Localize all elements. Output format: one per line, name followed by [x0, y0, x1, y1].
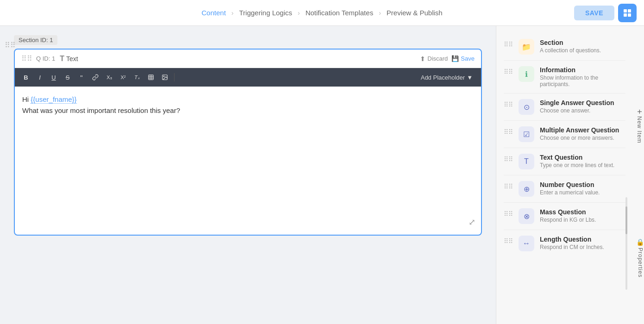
properties-label: 🔒 Properties: [636, 238, 644, 278]
icon-multiple-answer: ☑: [519, 126, 534, 142]
drag-handle-multiple-answer[interactable]: ⠿⠿: [504, 128, 513, 136]
title-length-question: Length Question: [540, 236, 625, 243]
nav-arrow-2: ›: [379, 9, 381, 17]
add-placeholder-label: Add Placeholder: [421, 74, 465, 81]
nav-step-content[interactable]: Content: [201, 9, 226, 17]
nav-step-preview-publish[interactable]: Preview & Publish: [387, 9, 443, 17]
right-sidebar: + New Item 🔒 Properties ⠿⠿📁SectionA coll…: [496, 26, 644, 324]
title-multiple-answer: Multiple Answer Question: [540, 126, 625, 134]
svg-rect-1: [628, 9, 631, 12]
svg-rect-0: [624, 9, 627, 12]
discard-button[interactable]: ⬆ Discard: [420, 55, 448, 62]
svg-point-10: [163, 76, 164, 77]
save-question-label: Save: [461, 55, 475, 62]
title-number-question: Number Question: [540, 181, 625, 188]
save-button[interactable]: SAVE: [574, 6, 614, 20]
sidebar-item-text-question[interactable]: ⠿⠿TText QuestionType one or more lines o…: [504, 148, 625, 175]
underline-button[interactable]: U: [47, 71, 60, 84]
desc-section: A collection of questions.: [540, 47, 625, 54]
info-length-question: Length QuestionRespond in CM or Inches.: [540, 236, 625, 250]
add-placeholder-arrow: ▼: [467, 74, 473, 81]
scroll-track: [625, 197, 627, 290]
editor-text-line1: Hi {{user_fname}}: [22, 94, 474, 105]
question-drag-handle[interactable]: ⠿⠿: [21, 54, 32, 63]
icon-mass-question: ⊗: [519, 208, 534, 224]
drag-handle-single-answer[interactable]: ⠿⠿: [504, 101, 513, 108]
bold-button[interactable]: B: [19, 71, 32, 84]
editor-content[interactable]: Hi {{user_fname}} What was your most imp…: [15, 87, 481, 235]
superscript-button[interactable]: X²: [117, 71, 130, 84]
svg-rect-2: [624, 13, 627, 17]
discard-icon: ⬆: [420, 55, 425, 62]
nav-step-notification-templates[interactable]: Notification Templates: [306, 9, 373, 17]
nav-arrow-1: ›: [298, 9, 300, 17]
discard-label: Discard: [427, 55, 448, 62]
sidebar-items-list: ⠿⠿📁SectionA collection of questions.⠿⠿ℹI…: [496, 26, 644, 264]
icon-single-answer: ⊙: [519, 99, 534, 115]
sidebar-item-number-question[interactable]: ⠿⠿⊕Number QuestionEnter a numerical valu…: [504, 175, 625, 203]
icon-length-question: ↔: [519, 236, 534, 251]
sidebar-item-mass-question[interactable]: ⠿⠿⊗Mass QuestionRespond in KG or Lbs.: [504, 203, 625, 230]
save-question-button[interactable]: 💾 Save: [451, 55, 475, 62]
info-single-answer: Single Answer QuestionChoose one answer.: [540, 99, 625, 114]
drag-handle-length-question[interactable]: ⠿⠿: [504, 237, 513, 245]
info-section: SectionA collection of questions.: [540, 39, 625, 54]
sidebar-item-length-question[interactable]: ⠿⠿↔Length QuestionRespond in CM or Inche…: [504, 230, 625, 257]
desc-length-question: Respond in CM or Inches.: [540, 244, 625, 250]
title-information: Information: [540, 66, 625, 74]
info-information: InformationShow information to the parti…: [540, 66, 625, 87]
new-item-label: + New Item: [634, 109, 644, 143]
save-question-icon: 💾: [451, 55, 459, 62]
icon-number-question: ⊕: [519, 181, 534, 197]
sidebar-item-multiple-answer[interactable]: ⠿⠿☑Multiple Answer QuestionChoose one or…: [504, 121, 625, 148]
strikethrough-button[interactable]: S: [61, 71, 74, 84]
svg-rect-3: [628, 13, 631, 17]
add-placeholder-button[interactable]: Add Placeholder ▼: [417, 72, 476, 83]
title-text-question: Text Question: [540, 154, 625, 161]
table-button[interactable]: [144, 71, 157, 84]
desc-mass-question: Respond in KG or Lbs.: [540, 217, 625, 223]
nav-right: SAVE: [574, 4, 637, 22]
editor-toolbar: B I U S " X₂ X² Tₓ: [15, 68, 481, 87]
question-id: Q ID: 1: [36, 55, 55, 62]
icon-information: ℹ: [519, 66, 534, 82]
sidebar-item-information[interactable]: ⠿⠿ℹInformationShow information to the pa…: [504, 61, 625, 93]
content-area: ⠿⠿ Section ID: 1 ⠿⠿ Q ID: 1 T Text ⬆ Dis…: [0, 26, 496, 324]
image-button[interactable]: [158, 71, 171, 84]
nav-step-triggering-logics[interactable]: Triggering Logics: [239, 9, 293, 17]
editor-text-line2: What was your most important resolution …: [22, 105, 474, 116]
blockquote-button[interactable]: ": [75, 71, 88, 84]
sidebar-item-section[interactable]: ⠿⠿📁SectionA collection of questions.: [504, 33, 625, 61]
properties-lock-icon: 🔒: [636, 238, 644, 246]
info-mass-question: Mass QuestionRespond in KG or Lbs.: [540, 208, 625, 223]
drag-handle-information[interactable]: ⠿⠿: [504, 68, 513, 75]
section-drag-handle[interactable]: ⠿⠿: [5, 41, 16, 50]
subscript-button[interactable]: X₂: [103, 71, 116, 84]
italic-button[interactable]: I: [33, 71, 46, 84]
layout-icon-button[interactable]: [618, 4, 637, 22]
desc-information: Show information to the participants.: [540, 75, 625, 87]
nav-arrow-0: ›: [231, 9, 234, 17]
link-button[interactable]: [89, 71, 102, 84]
expand-icon[interactable]: ⤢: [469, 216, 475, 229]
desc-single-answer: Choose one answer.: [540, 107, 625, 114]
drag-handle-number-question[interactable]: ⠿⠿: [504, 183, 513, 190]
drag-handle-mass-question[interactable]: ⠿⠿: [504, 210, 513, 218]
icon-text-question: T: [519, 154, 534, 169]
sidebar-item-single-answer[interactable]: ⠿⠿⊙Single Answer QuestionChoose one answ…: [504, 93, 625, 121]
drag-handle-section[interactable]: ⠿⠿: [504, 41, 513, 48]
section-id-label: Section ID: 1: [14, 35, 57, 45]
properties-text: Properties: [637, 248, 644, 278]
svg-rect-4: [149, 75, 154, 80]
title-single-answer: Single Answer Question: [540, 99, 625, 106]
scroll-thumb[interactable]: [625, 206, 627, 234]
title-mass-question: Mass Question: [540, 208, 625, 216]
info-text-question: Text QuestionType one or more lines of t…: [540, 154, 625, 168]
new-item-plus[interactable]: +: [634, 109, 644, 114]
toolbar-separator: [174, 73, 175, 81]
top-navigation: Content›Triggering Logics›Notification T…: [0, 0, 644, 26]
nav-steps: Content›Triggering Logics›Notification T…: [201, 9, 442, 17]
new-item-text: New Item: [636, 116, 643, 143]
clear-format-button[interactable]: Tₓ: [131, 71, 144, 84]
drag-handle-text-question[interactable]: ⠿⠿: [504, 156, 513, 163]
